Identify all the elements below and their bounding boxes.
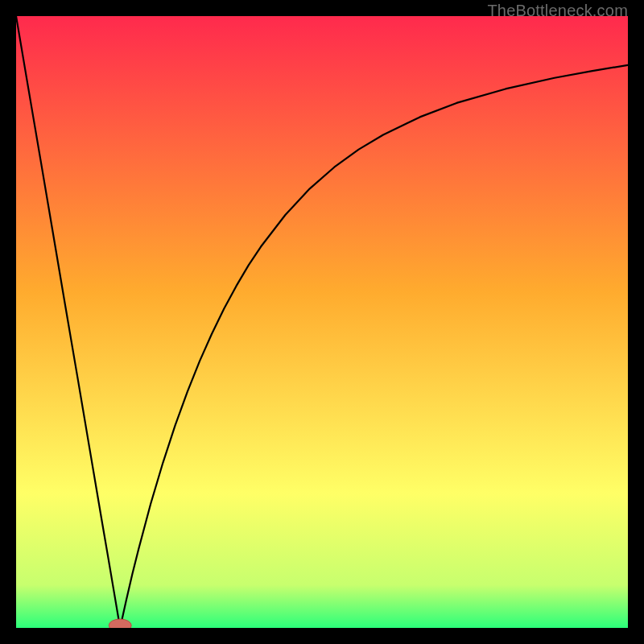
- chart-plot-area: [16, 16, 628, 628]
- chart-svg: [16, 16, 628, 628]
- gradient-background: [16, 16, 628, 628]
- chart-frame: TheBottleneck.com: [0, 0, 644, 644]
